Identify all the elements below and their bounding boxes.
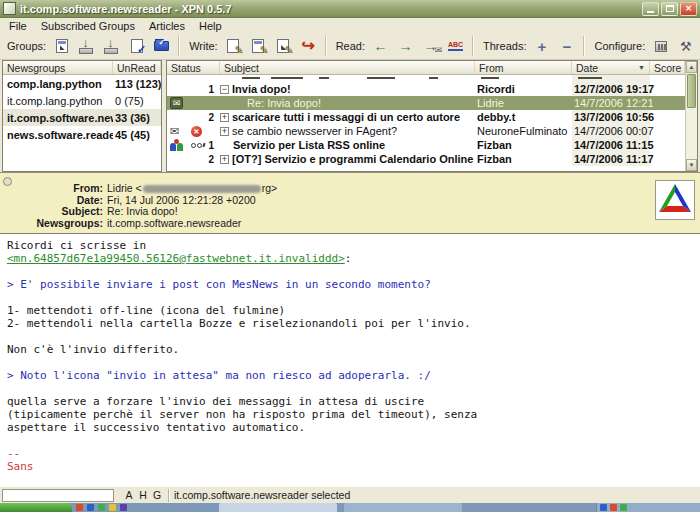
article-header-pane: From: Lidrie <rg> Date: Fri, 14 Jul 2006… <box>0 172 700 233</box>
subscribe-groups-button[interactable] <box>50 35 73 57</box>
from-label: From: <box>0 183 103 195</box>
subject-column-header[interactable]: Subject <box>220 61 475 74</box>
clipped-message-row[interactable] <box>167 75 685 82</box>
task-button[interactable] <box>344 503 462 512</box>
score-cell <box>650 138 685 152</box>
date-column-label: Date <box>576 62 598 74</box>
arrow-right-icon: → <box>399 39 413 53</box>
newsgroups-value: it.comp.software.newsreader <box>107 218 241 230</box>
date-text: 14/7/2006 11:15 <box>572 138 650 152</box>
newsgroup-row[interactable]: it.comp.lang.python 0 (75) <box>3 92 161 109</box>
thread-count: 2 <box>208 154 214 165</box>
close-button[interactable]: ✕ <box>680 2 697 16</box>
mark-group-read-button[interactable]: ✓ <box>125 35 148 57</box>
newsgroup-row[interactable]: news.software.readers 45 (45) <box>3 126 161 143</box>
message-row[interactable]: 1 Servizio per Lista RSS online Fizban 1… <box>167 138 685 152</box>
new-article-button[interactable]: ✎ <box>222 35 245 57</box>
check-icon: ✓ <box>137 44 146 55</box>
quick-launch-icon[interactable] <box>120 504 127 511</box>
progress-box <box>2 489 114 502</box>
tray-icon[interactable] <box>600 504 607 511</box>
previous-article-button[interactable]: ← <box>369 35 392 57</box>
score-column-header[interactable]: Score <box>650 61 685 74</box>
check-icon: ✓ <box>158 39 165 47</box>
status-column-header[interactable]: Status <box>167 61 220 74</box>
mark-all-read-button[interactable]: ABC <box>444 35 467 57</box>
menu-subscribed-groups[interactable]: Subscribed Groups <box>34 20 142 32</box>
expand-thread-icon[interactable]: + <box>220 113 229 122</box>
flag-a: A <box>122 489 136 501</box>
score-cell <box>650 96 685 110</box>
download-arrow-icon: ↓ <box>107 36 114 49</box>
censored-email <box>143 185 261 193</box>
next-unread-button[interactable]: → ✉ <box>419 35 442 57</box>
app-icon[interactable] <box>3 2 16 15</box>
message-row[interactable]: ✉ ✕ + se cambio newsserver in FAgent? Ne… <box>167 124 685 138</box>
date-column-header[interactable]: Date ▼ <box>572 61 650 74</box>
statusbar-separator <box>168 489 170 502</box>
quick-launch-icon[interactable] <box>109 504 116 511</box>
menu-help[interactable]: Help <box>192 20 229 32</box>
quick-launch-icon[interactable] <box>87 504 94 511</box>
newsgroup-row-selected[interactable]: it.comp.software.newsreader 33 (36) <box>3 109 161 126</box>
scroll-up-button[interactable]: ▲ <box>686 61 697 73</box>
reply-button[interactable]: ✎ <box>247 35 270 57</box>
newsgroups-header: Newsgroups UnRead <box>3 61 161 75</box>
article-body: Ricordi ci scrisse in <mn.64857d67e1a994… <box>0 233 700 486</box>
expand-thread-icon[interactable]: + <box>220 127 229 136</box>
body-line: <mn.64857d67e1a99450.56126@fastwebnet.it… <box>7 252 693 265</box>
newsgroups-column-header[interactable]: Newsgroups <box>3 61 113 74</box>
date-text: 14/7/2006 12:21 <box>572 96 650 110</box>
message-list-scrollbar[interactable]: ▲ ▼ <box>685 61 697 171</box>
expand-threads-button[interactable]: + <box>530 35 553 57</box>
tray-icon[interactable] <box>610 504 617 511</box>
signature-name: Sans <box>7 460 693 473</box>
download-arrow-icon: ↓ <box>82 36 89 49</box>
minimize-button[interactable] <box>642 2 659 16</box>
toolbar-separator <box>583 36 585 56</box>
collapse-header-icon[interactable] <box>3 177 12 186</box>
collapse-thread-icon[interactable]: − <box>220 85 229 94</box>
menu-file[interactable]: File <box>2 20 34 32</box>
maximize-button[interactable] <box>661 2 678 16</box>
quick-launch[interactable] <box>72 503 212 512</box>
message-row-selected[interactable]: ✉ Re: Invia dopo! Lidrie 14/7/2006 12:21 <box>167 96 685 110</box>
settings-button[interactable]: ⚒ <box>674 35 697 57</box>
close-icon: ✕ <box>685 4 692 13</box>
collapse-threads-button[interactable]: − <box>555 35 578 57</box>
toolbar-separator <box>472 36 474 56</box>
system-tray[interactable] <box>596 503 700 512</box>
unread-column-header[interactable]: UnRead <box>113 61 161 74</box>
quick-launch-icon[interactable] <box>76 504 83 511</box>
message-id-link[interactable]: <mn.64857d67e1a99450.56126@fastwebnet.it… <box>7 252 345 265</box>
score-cell <box>650 152 685 166</box>
message-row[interactable]: 2 + scaricare tutti i messaggi di un cer… <box>167 110 685 124</box>
scroll-up-icon: ▲ <box>689 64 695 70</box>
dialog-icon <box>56 39 68 53</box>
newsgroup-name: comp.lang.python <box>3 78 113 90</box>
followup-button[interactable]: ✎ <box>272 35 295 57</box>
task-button[interactable] <box>219 503 337 512</box>
newsgroups-label: Newsgroups: <box>0 218 103 230</box>
next-article-button[interactable]: → <box>394 35 417 57</box>
get-articles-all-button[interactable]: ↓ <box>75 35 98 57</box>
get-articles-button[interactable]: ↓ <box>100 35 123 57</box>
expand-thread-icon[interactable]: + <box>220 155 229 164</box>
message-list-panel: Status Subject From Date ▼ Score <box>166 60 698 172</box>
start-button[interactable] <box>0 503 72 512</box>
reply-by-mail-button[interactable]: ↪ <box>297 35 320 57</box>
newsgroup-row[interactable]: comp.lang.python 113 (123) <box>3 75 161 92</box>
folder-icon: ✓ <box>154 41 169 51</box>
from-column-header[interactable]: From <box>475 61 572 74</box>
filters-button[interactable] <box>649 35 672 57</box>
message-row[interactable]: 2 + [OT?] Servizio e programmi Calendari… <box>167 152 685 166</box>
quick-launch-icon[interactable] <box>98 504 105 511</box>
scrollbar-thumb[interactable] <box>687 74 696 108</box>
plus-icon: + <box>538 39 547 54</box>
menu-articles[interactable]: Articles <box>142 20 192 32</box>
tray-icon[interactable] <box>620 504 627 511</box>
taskbar-sliver <box>0 503 700 512</box>
catchup-group-button[interactable]: ✓ <box>150 35 173 57</box>
scroll-down-button[interactable]: ▼ <box>686 159 697 171</box>
message-row[interactable]: 1 − Invia dopo! Ricordi 12/7/2006 19:17 <box>167 82 685 96</box>
